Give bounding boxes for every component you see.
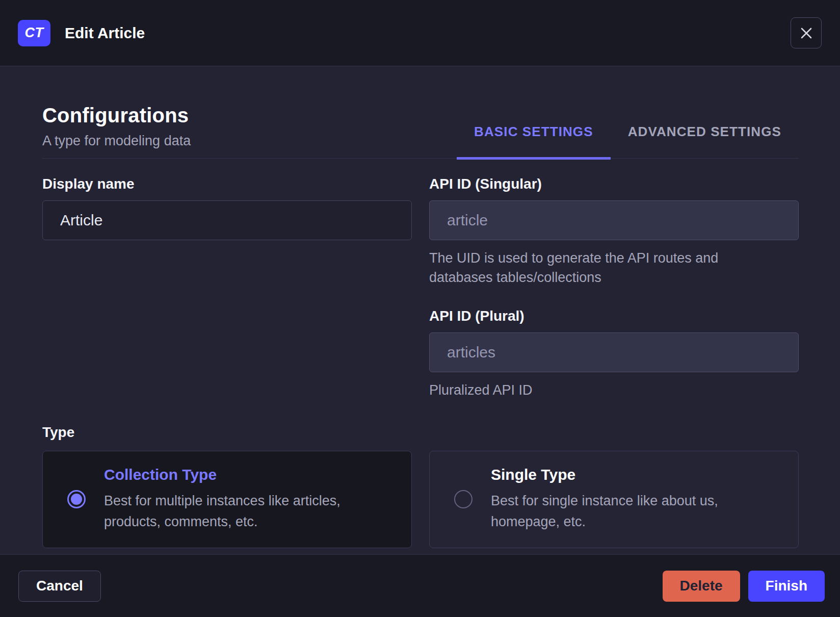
tab-advanced-settings[interactable]: ADVANCED SETTINGS [611, 124, 799, 160]
modal-title: Edit Article [65, 24, 145, 42]
finish-button[interactable]: Finish [748, 571, 825, 602]
content-type-badge-icon: CT [18, 20, 50, 46]
collection-type-title: Collection Type [104, 466, 391, 483]
modal-footer: Cancel Delete Finish [0, 554, 840, 617]
collection-type-description: Best for multiple instances like article… [104, 491, 391, 533]
single-type-option[interactable]: Single Type Best for single instance lik… [429, 451, 799, 548]
configuration-form: Display name API ID (Singular) The UID i… [42, 176, 799, 400]
display-name-input[interactable] [42, 200, 412, 240]
content-type-badge-label: CT [25, 25, 44, 41]
single-type-title: Single Type [491, 466, 778, 483]
tab-basic-settings[interactable]: BASIC SETTINGS [457, 124, 611, 160]
single-type-radio[interactable] [454, 490, 472, 508]
display-name-label: Display name [42, 176, 412, 192]
collection-type-radio[interactable] [67, 490, 86, 508]
type-section: Type Collection Type Best for multiple i… [42, 424, 799, 548]
modal-header: CT Edit Article [0, 0, 840, 66]
cancel-button[interactable]: Cancel [18, 571, 101, 602]
section-header: Configurations A type for modeling data … [42, 66, 799, 159]
collection-type-option[interactable]: Collection Type Best for multiple instan… [42, 451, 412, 548]
modal-body: Configurations A type for modeling data … [0, 66, 840, 554]
api-id-singular-label: API ID (Singular) [429, 176, 799, 192]
settings-tabs: BASIC SETTINGS ADVANCED SETTINGS [457, 124, 799, 158]
close-icon [799, 26, 813, 40]
api-id-singular-input[interactable] [429, 200, 799, 240]
close-button[interactable] [791, 17, 822, 48]
delete-button[interactable]: Delete [663, 571, 740, 602]
section-title: Configurations [42, 104, 191, 127]
single-type-description: Best for single instance like about us, … [491, 491, 778, 533]
api-id-plural-label: API ID (Plural) [429, 308, 799, 324]
section-subtitle: A type for modeling data [42, 133, 191, 149]
edit-content-type-modal: CT Edit Article Configurations A type fo… [0, 0, 840, 617]
api-id-plural-input[interactable] [429, 332, 799, 372]
api-id-singular-hint: The UID is used to generate the API rout… [429, 248, 766, 288]
api-id-plural-hint: Pluralized API ID [429, 380, 766, 400]
type-label: Type [42, 424, 799, 441]
